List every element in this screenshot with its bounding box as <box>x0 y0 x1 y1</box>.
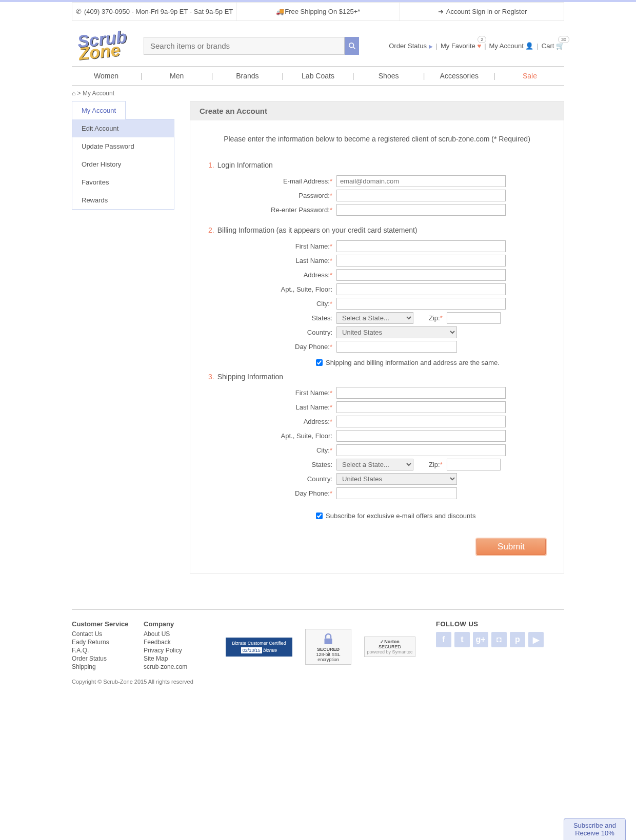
follow-us: FOLLOW US f t g+ ◘ p ▶ <box>436 620 564 671</box>
footer-link[interactable]: Order Status <box>72 654 133 663</box>
home-icon[interactable]: ⌂ <box>72 90 75 97</box>
facebook-icon[interactable]: f <box>436 632 451 647</box>
cart-link[interactable]: Cart 🛒30 <box>542 42 564 50</box>
intro-text: Please enter the information below to be… <box>208 135 546 143</box>
fav-badge: 2 <box>478 36 486 43</box>
breadcrumb: ⌂ > My Account <box>72 86 564 101</box>
svg-point-0 <box>349 43 354 48</box>
shipping-state[interactable]: Select a State... <box>336 459 413 470</box>
shipping-phone[interactable] <box>336 487 457 499</box>
billing-firstname[interactable] <box>336 240 506 252</box>
sidebar-edit-account[interactable]: Edit Account <box>72 119 174 137</box>
search-box <box>144 37 359 55</box>
trust-seals: Bizrate Customer Certified02/13/15 bizra… <box>215 620 426 671</box>
footer-link[interactable]: Shipping <box>72 663 133 671</box>
sidebar: My Account Edit Account Update Password … <box>72 101 174 210</box>
sidebar-order-history[interactable]: Order History <box>72 155 174 173</box>
footer-company: Company About US Feedback Privacy Policy… <box>144 620 205 671</box>
label-password: Password:* <box>208 192 336 199</box>
separator: | <box>536 42 538 50</box>
email-input[interactable] <box>336 175 506 187</box>
bizrate-seal[interactable]: Bizrate Customer Certified02/13/15 bizra… <box>226 638 292 657</box>
order-status-link[interactable]: Order Status ▶ <box>389 42 432 50</box>
label-repassword: Re-enter Password:* <box>208 206 336 214</box>
sidebar-update-password[interactable]: Update Password <box>72 137 174 155</box>
billing-country[interactable]: United States <box>336 326 457 338</box>
search-button[interactable] <box>345 37 359 55</box>
logo-text: ScrubZone <box>77 31 129 60</box>
billing-city[interactable] <box>336 298 506 310</box>
header: ScrubZone Order Status ▶ | My Favorite ♥… <box>72 21 564 66</box>
password-input[interactable] <box>336 190 506 201</box>
separator: | <box>484 42 486 50</box>
my-account-link[interactable]: My Account 👤 <box>489 42 534 50</box>
footer-link[interactable]: scrub-zone.com <box>144 663 205 671</box>
submit-button[interactable]: Submit <box>476 539 546 555</box>
billing-phone[interactable] <box>336 341 457 353</box>
search-input[interactable] <box>144 37 345 55</box>
shipping-firstname[interactable] <box>336 387 506 399</box>
top-bar: ✆ (409) 370-0950 - Mon-Fri 9a-9p ET - Sa… <box>72 2 564 21</box>
svg-line-1 <box>353 47 355 49</box>
sidebar-rewards[interactable]: Rewards <box>72 191 174 209</box>
shipping-lastname[interactable] <box>336 401 506 413</box>
footer-customer-service: Customer Service Contact Us Eady Returns… <box>72 620 133 671</box>
account-text: Account Sign in or Register <box>446 8 527 15</box>
footer: Customer Service Contact Us Eady Returns… <box>72 609 564 671</box>
label-email: E-mail Address:* <box>208 177 336 185</box>
truck-icon: 🚚 <box>276 8 283 15</box>
nav-labcoats[interactable]: Lab Coats <box>284 67 352 85</box>
nav-shoes[interactable]: Shoes <box>354 67 423 85</box>
billing-address[interactable] <box>336 269 506 281</box>
sidebar-favorites[interactable]: Favorites <box>72 173 174 191</box>
shipping-info: 🚚 Free Shipping On $125+* <box>236 3 401 21</box>
account-signin-link[interactable]: ➜ Account Sign in or Register <box>400 3 564 21</box>
nav-men[interactable]: Men <box>143 67 211 85</box>
section-billing: 2.Billing Information (as it appears on … <box>208 226 546 234</box>
norton-seal[interactable]: ✓NortonSECUREDpowered by Symantec <box>364 637 415 657</box>
nav-brands[interactable]: Brands <box>213 67 282 85</box>
main-panel: Create an Account Please enter the infor… <box>190 101 564 573</box>
user-icon: 👤 <box>525 42 533 50</box>
phone-info: ✆ (409) 370-0950 - Mon-Fri 9a-9p ET - Sa… <box>72 3 236 21</box>
repassword-input[interactable] <box>336 204 506 216</box>
footer-link[interactable]: Site Map <box>144 654 205 663</box>
youtube-icon[interactable]: ▶ <box>528 632 544 647</box>
nav-women[interactable]: Women <box>72 67 141 85</box>
heart-icon: ♥ <box>477 42 481 50</box>
footer-link[interactable]: F.A.Q. <box>72 646 133 654</box>
googleplus-icon[interactable]: g+ <box>473 632 488 647</box>
ssl-seal[interactable]: SECURED128-bit SSL encryption <box>305 629 351 665</box>
footer-link[interactable]: Privacy Policy <box>144 646 205 654</box>
billing-state[interactable]: Select a State... <box>336 312 413 324</box>
billing-zip[interactable] <box>447 312 501 324</box>
footer-link[interactable]: Contact Us <box>72 630 133 638</box>
footer-link[interactable]: Feedback <box>144 638 205 646</box>
subscribe-row: Subscribe for exclusive e-mail offers an… <box>316 512 546 520</box>
footer-link[interactable]: About US <box>144 630 205 638</box>
billing-apt[interactable] <box>336 283 506 295</box>
billing-lastname[interactable] <box>336 255 506 267</box>
logo[interactable]: ScrubZone <box>72 30 133 61</box>
shipping-address[interactable] <box>336 416 506 427</box>
footer-link[interactable]: Eady Returns <box>72 638 133 646</box>
shipping-city[interactable] <box>336 444 506 456</box>
shipping-apt[interactable] <box>336 430 506 442</box>
sidebar-tab[interactable]: My Account <box>72 101 126 119</box>
same-address-checkbox[interactable] <box>316 359 323 366</box>
same-address-row: Shipping and billing information and add… <box>316 359 546 366</box>
separator: | <box>436 42 438 50</box>
login-icon: ➜ <box>437 8 444 15</box>
main-nav: Women| Men| Brands| Lab Coats| Shoes| Ac… <box>72 66 564 86</box>
shipping-zip[interactable] <box>447 459 501 470</box>
instagram-icon[interactable]: ◘ <box>491 632 507 647</box>
nav-sale[interactable]: Sale <box>495 67 564 85</box>
favorites-link[interactable]: My Favorite ♥2 <box>441 42 481 50</box>
shipping-country[interactable]: United States <box>336 473 457 485</box>
section-login: 1.Login Information <box>208 161 546 169</box>
subscribe-checkbox[interactable] <box>316 513 323 519</box>
breadcrumb-current: My Account <box>83 90 114 97</box>
pinterest-icon[interactable]: p <box>510 632 525 647</box>
twitter-icon[interactable]: t <box>454 632 470 647</box>
nav-accessories[interactable]: Accessories <box>425 67 493 85</box>
